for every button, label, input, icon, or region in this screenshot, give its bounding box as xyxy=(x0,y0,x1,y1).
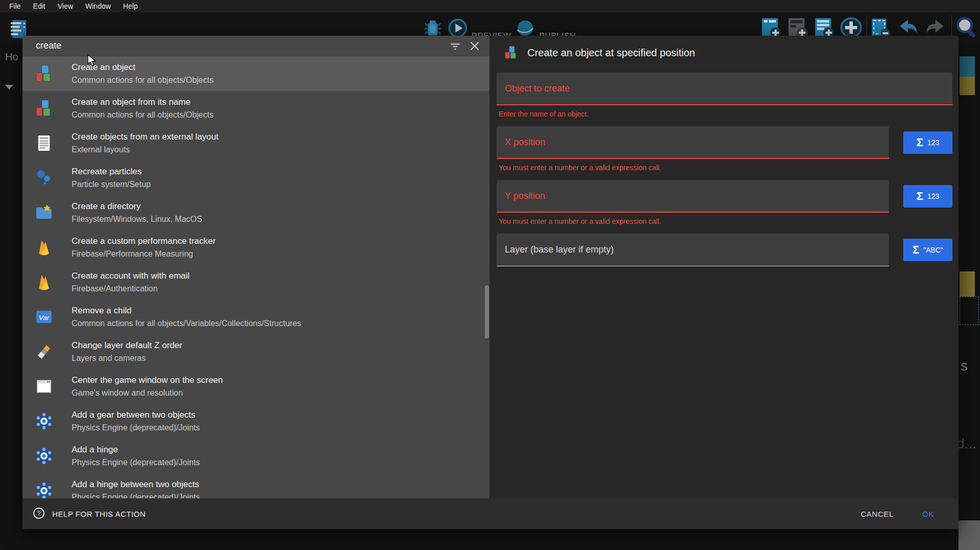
list-item-remove-a-child[interactable]: Var Remove a childCommon actions for all… xyxy=(23,300,489,334)
layer-field[interactable]: Layer (base layer if empty) xyxy=(497,234,889,266)
action-title: Recreate particles xyxy=(72,166,151,177)
action-subtitle: Physics Engine (deprecated)/Joints xyxy=(72,423,200,433)
list-item-center-game-window[interactable]: Center the game window on the screenGame… xyxy=(23,369,489,404)
action-subtitle: Particle system/Setup xyxy=(72,179,151,190)
list-item-add-hinge-two-objects[interactable]: Add a hinge between two objectsPhysics E… xyxy=(23,473,489,498)
var-icon: Var xyxy=(35,308,53,326)
action-title: Create an object xyxy=(72,62,213,73)
menu-view[interactable]: View xyxy=(53,1,78,11)
list-item-recreate-particles[interactable]: Recreate particlesParticle system/Setup xyxy=(23,161,489,195)
menu-help[interactable]: Help xyxy=(118,1,143,11)
object-to-create-field[interactable]: Object to create xyxy=(497,73,952,105)
help-icon: ? xyxy=(33,507,45,521)
scene-panel-corner xyxy=(959,520,980,550)
close-icon[interactable] xyxy=(468,39,481,53)
scene-edge-text: s xyxy=(961,358,968,374)
physics-icon xyxy=(35,412,53,430)
field-label: X position xyxy=(505,137,545,148)
action-subtitle: Filesystem/Windows, Linux, MacOS xyxy=(72,214,202,224)
ok-button[interactable]: OK xyxy=(916,506,940,522)
action-subtitle: External layouts xyxy=(72,145,218,155)
home-tab-label: Ho xyxy=(5,51,18,63)
page-title: Create an object at specified position xyxy=(527,47,695,59)
expression-button-label: 123 xyxy=(927,139,939,147)
svg-text:Var: Var xyxy=(39,314,50,322)
list-item-create-from-name[interactable]: Create an object from its nameCommon act… xyxy=(23,91,489,126)
list-item-performance-tracker[interactable]: Create a custom performance trackerFireb… xyxy=(23,230,489,265)
action-subtitle: Common actions for all objects/Objects xyxy=(72,75,213,85)
physics-icon xyxy=(35,447,53,465)
action-title: Add a hinge between two objects xyxy=(72,479,200,490)
list-item-add-gear[interactable]: Add a gear between two objectsPhysics En… xyxy=(23,404,489,439)
editor-header: Create an object at specified position xyxy=(489,36,959,70)
list-item-add-hinge[interactable]: Add a hingePhysics Engine (deprecated)/J… xyxy=(23,439,489,473)
list-item-change-layer-z-order[interactable]: Change layer default Z orderLayers and c… xyxy=(23,334,489,369)
particles-icon xyxy=(35,169,53,187)
window-icon xyxy=(35,377,53,396)
svg-text:?: ? xyxy=(37,510,40,517)
action-subtitle: Game's window and resolution xyxy=(72,388,223,398)
dialog-footer: ? HELP FOR THIS ACTION CANCEL OK xyxy=(23,498,959,529)
action-subtitle: Common actions for all objects/Objects xyxy=(72,110,213,120)
help-for-this-action-button[interactable]: ? HELP FOR THIS ACTION xyxy=(33,507,146,521)
menu-bar: File Edit View Window Help xyxy=(0,0,980,12)
y-position-field[interactable]: Y position xyxy=(497,180,889,213)
scene-object-blue xyxy=(960,56,975,77)
filter-icon[interactable] xyxy=(449,39,462,53)
scene-object-olive xyxy=(960,271,975,296)
action-subtitle: Firebase/Authentication xyxy=(72,284,190,294)
scrollbar-thumb[interactable] xyxy=(485,285,489,338)
list-item-create-account-email[interactable]: Create account with with emailFirebase/A… xyxy=(23,265,489,300)
app-window: File Edit View Window Help PREVIEW PUBLI… xyxy=(0,0,980,550)
action-subtitle: Common actions for all objects/Variables… xyxy=(72,318,301,329)
expression-button-label: "ABC" xyxy=(923,246,943,254)
string-expression-builder-button[interactable]: Σ "ABC" xyxy=(903,239,952,261)
search-header xyxy=(23,36,489,56)
menu-edit[interactable]: Edit xyxy=(28,1,51,11)
action-parameters-panel: Create an object at specified position O… xyxy=(489,36,959,498)
action-subtitle: Physics Engine (deprecated)/Joints xyxy=(72,492,200,498)
cancel-button[interactable]: CANCEL xyxy=(855,506,900,522)
search-input[interactable] xyxy=(35,40,442,52)
action-subtitle: Physics Engine (deprecated)/Joints xyxy=(72,457,200,468)
field-label: Layer (base layer if empty) xyxy=(505,244,614,255)
action-title: Remove a child xyxy=(72,305,301,316)
action-title: Create a directory xyxy=(72,201,202,212)
action-title: Create objects from an external layout xyxy=(72,131,218,142)
action-title: Change layer default Z order xyxy=(72,340,182,351)
list-item-create-an-object[interactable]: Create an objectCommon actions for all o… xyxy=(23,56,489,91)
objects-icon xyxy=(35,99,53,118)
expression-builder-button[interactable]: Σ 123 xyxy=(903,131,952,154)
menu-file[interactable]: File xyxy=(4,1,26,11)
field-label: Y position xyxy=(505,191,545,201)
sigma-icon: Σ xyxy=(917,137,923,148)
action-subtitle: Firebase/Performance Measuring xyxy=(72,249,216,259)
field-helper-text: You must enter a number or a valid expre… xyxy=(497,159,889,177)
action-results-list: Create an objectCommon actions for all o… xyxy=(23,56,489,498)
list-item-create-directory[interactable]: Create a directoryFilesystem/Windows, Li… xyxy=(23,195,489,230)
action-title: Create a custom performance tracker xyxy=(72,236,216,246)
firebase-icon xyxy=(35,273,53,291)
zorder-icon xyxy=(35,342,53,361)
help-button-label: HELP FOR THIS ACTION xyxy=(52,510,146,518)
x-position-field[interactable]: X position xyxy=(497,126,889,159)
action-title: Add a hinge xyxy=(72,444,200,455)
search-icon[interactable] xyxy=(954,15,978,39)
sigma-icon: Σ xyxy=(912,244,919,256)
action-title: Create an object from its name xyxy=(72,97,213,107)
objects-icon xyxy=(504,45,518,60)
scene-edge-text: d... xyxy=(956,436,976,452)
globe-icon[interactable] xyxy=(516,18,535,38)
field-label: Object to create xyxy=(505,83,570,94)
list-item-create-external-layout[interactable]: Create objects from an external layoutEx… xyxy=(23,126,489,161)
field-helper-text: You must enter a number or a valid expre… xyxy=(497,213,889,231)
scene-selection-outline xyxy=(960,296,979,325)
menu-window[interactable]: Window xyxy=(80,1,116,11)
expression-button-label: 123 xyxy=(927,192,939,200)
play-icon[interactable] xyxy=(448,18,467,38)
expression-builder-button[interactable]: Σ 123 xyxy=(903,185,952,208)
action-title: Center the game window on the screen xyxy=(72,375,223,385)
debug-icon[interactable] xyxy=(424,19,442,38)
chevron-down-icon xyxy=(5,85,13,89)
action-subtitle: Layers and cameras xyxy=(72,353,182,363)
